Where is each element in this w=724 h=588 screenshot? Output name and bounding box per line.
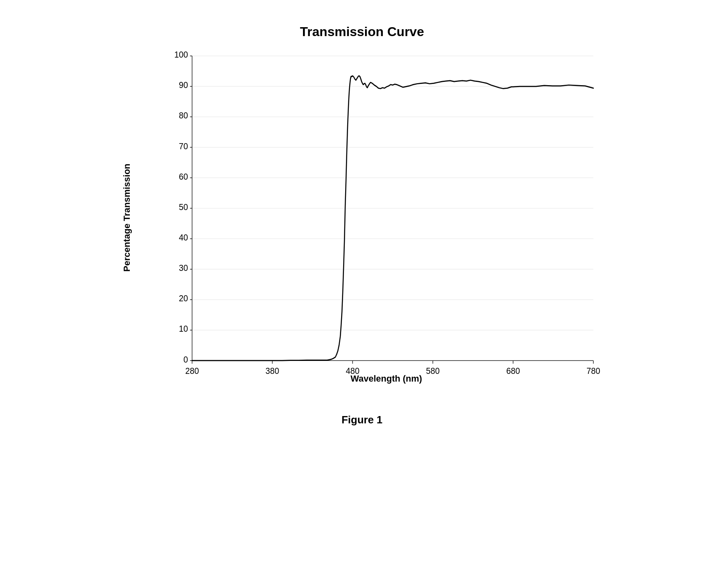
svg-text:30: 30 [179,263,188,273]
svg-text:680: 680 [506,366,520,376]
svg-text:60: 60 [179,172,188,181]
svg-text:280: 280 [185,366,199,376]
y-axis-label: Percentage Transmission [119,52,135,384]
svg-text:20: 20 [179,294,188,303]
figure-caption: Figure 1 [342,414,382,426]
transmission-curve-chart: 0 10 20 30 40 50 60 70 8 [168,52,597,369]
svg-text:780: 780 [587,366,600,376]
svg-text:0: 0 [183,354,188,364]
chart-area: Percentage Transmission [119,52,606,384]
svg-text:40: 40 [179,232,188,242]
svg-text:10: 10 [179,324,188,334]
svg-text:380: 380 [265,366,279,376]
chart-container: Transmission Curve Percentage Transmissi… [119,24,606,389]
svg-text:580: 580 [426,366,440,376]
svg-text:100: 100 [174,50,188,60]
plot-and-axes: 0 10 20 30 40 50 60 70 8 [139,52,606,384]
transmission-line [192,76,593,361]
svg-text:90: 90 [179,80,188,90]
svg-text:50: 50 [179,202,188,212]
svg-text:480: 480 [346,366,359,376]
svg-text:70: 70 [179,141,188,151]
chart-title: Transmission Curve [119,24,606,39]
svg-text:80: 80 [179,111,188,120]
plot-wrapper: 0 10 20 30 40 50 60 70 8 [168,52,597,369]
x-axis-label: Wavelength (nm) [168,373,606,384]
